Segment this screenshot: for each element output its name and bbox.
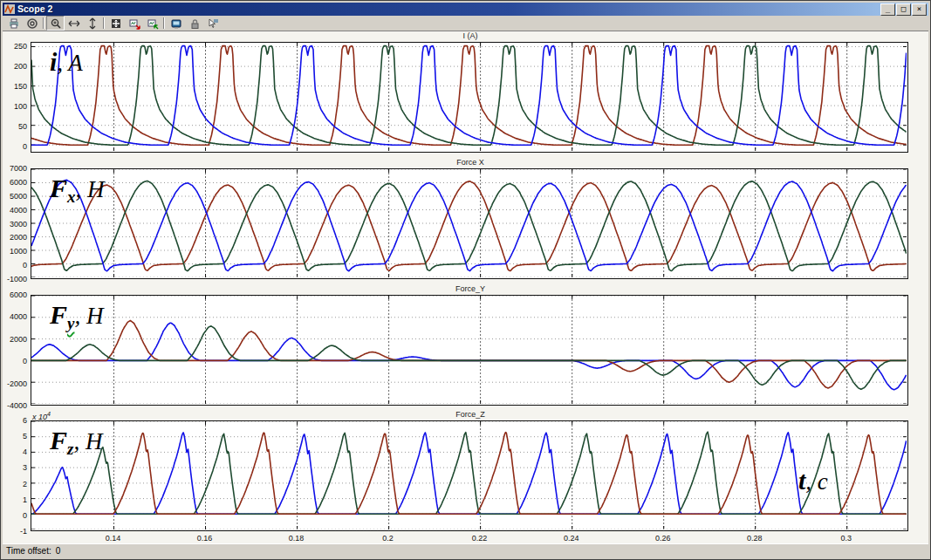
- parameters-icon: [26, 17, 38, 30]
- autoscale-icon: [110, 17, 122, 30]
- y-tick-label: 250: [3, 43, 27, 51]
- annotation-var: F: [50, 426, 67, 454]
- floating-scope-icon: [170, 17, 182, 30]
- y-axis-exponent-label: x 104: [32, 411, 51, 421]
- series-force-z-phase-green: [31, 432, 907, 514]
- annotation-force-z: Fz, H: [50, 426, 102, 459]
- annotation-unit: , H: [73, 428, 102, 454]
- y-tick-label: -1: [3, 528, 27, 536]
- x-tick-label: 0.2: [382, 534, 394, 543]
- plot-area-current[interactable]: [31, 42, 908, 153]
- y-tick-label: 3: [3, 464, 27, 472]
- toolbar-floating-scope-button[interactable]: [167, 16, 185, 31]
- time-offset-label: Time offset:: [6, 546, 51, 556]
- y-tick-label: 0: [3, 143, 27, 151]
- y-tick-label: 1000: [3, 248, 27, 256]
- plot-area-force-z[interactable]: [31, 420, 908, 531]
- y-tick-label: 6000: [3, 291, 27, 299]
- toolbar-separator: [43, 17, 44, 29]
- plot-canvas-force-x: [31, 169, 907, 277]
- restore-axes-icon: [147, 17, 159, 30]
- y-tick-label: 7000: [3, 165, 27, 173]
- plot-title-force-y: Force_Y: [31, 284, 910, 294]
- annotation-unit: , H: [74, 303, 103, 329]
- y-tick-label: 200: [3, 63, 27, 71]
- series-force-x-phase-red: [31, 181, 907, 271]
- x-tick-label: 0.28: [747, 534, 763, 543]
- series-force-y-phase-green: [31, 326, 907, 389]
- series-force-y-phase-blue: [31, 323, 907, 390]
- time-offset-value: 0: [56, 546, 61, 556]
- toolbar-zoom-y-button[interactable]: [83, 16, 101, 31]
- lock-axes-icon: [188, 17, 201, 30]
- series-current-phase-green: [31, 46, 907, 146]
- toolbar: [3, 16, 928, 31]
- toolbar-restore-axes-button[interactable]: [143, 16, 161, 31]
- plot-canvas-force-z: [31, 421, 907, 529]
- signal-selection-icon: [207, 17, 219, 30]
- x-tick-label: 0.16: [197, 534, 213, 543]
- toolbar-zoom-button[interactable]: [46, 16, 65, 31]
- close-button[interactable]: ×: [912, 3, 927, 16]
- annotation-time: t, c: [798, 466, 828, 495]
- toolbar-separator: [103, 17, 105, 29]
- y-tick-label: 4: [3, 448, 27, 456]
- toolbar-autoscale-button[interactable]: [106, 16, 125, 31]
- plot-title-current: I (A): [31, 31, 910, 41]
- series-force-x-phase-green: [31, 181, 907, 271]
- plot-canvas-force-y: [31, 296, 907, 404]
- annotation-current: i, A: [50, 47, 83, 77]
- y-tick-label: 5: [3, 433, 27, 440]
- toolbar-separator: [163, 17, 165, 29]
- zoom-x-icon: [68, 17, 80, 30]
- annotation-unit: , H: [76, 176, 105, 202]
- series-force-y-phase-red: [31, 321, 907, 388]
- x-tick-label: 0.24: [564, 534, 579, 543]
- y-tick-label: 0: [3, 262, 27, 270]
- zoom-icon: [50, 17, 62, 30]
- maximize-button[interactable]: □: [896, 3, 911, 16]
- y-tick-label: 4000: [3, 207, 27, 215]
- window-title: Scope 2: [17, 4, 880, 14]
- toolbar-save-axes-button[interactable]: [125, 16, 143, 31]
- y-tick-label: 0: [3, 512, 27, 520]
- plot-area-force-x[interactable]: [31, 168, 908, 279]
- annotation-var: F: [50, 174, 67, 202]
- y-tick-label: 150: [3, 83, 27, 91]
- series-current-phase-blue: [31, 46, 907, 146]
- x-tick-label: 0.26: [655, 534, 671, 543]
- toolbar-parameters-button[interactable]: [23, 16, 41, 31]
- plot-title-force-x: Force X: [31, 158, 910, 167]
- y-tick-label: 100: [3, 103, 27, 111]
- y-tick-label: -1000: [3, 276, 27, 283]
- series-force-x-phase-blue: [31, 180, 907, 270]
- y-tick-label: 5000: [3, 193, 27, 201]
- toolbar-lock-axes-button[interactable]: [185, 16, 203, 31]
- y-tick-label: 2000: [3, 336, 27, 344]
- annotation-var: F: [50, 300, 67, 329]
- toolbar-signal-selection-button[interactable]: [203, 16, 222, 31]
- x-tick-label: 0.14: [106, 534, 121, 543]
- minimize-button[interactable]: _: [880, 3, 895, 16]
- y-tick-label: 6: [3, 417, 27, 425]
- y-tick-label: -2000: [3, 380, 27, 388]
- annotation-force-y: Fy, H: [50, 300, 103, 333]
- figure-area: I (A)050100150200250i, AForce X-10000100…: [3, 31, 928, 544]
- title-bar[interactable]: Scope 2 _ □ ×: [3, 3, 928, 16]
- y-tick-label: 2000: [3, 234, 27, 242]
- status-bar: Time offset: 0: [3, 543, 928, 557]
- plot-title-force-z: Force_Z: [31, 410, 910, 420]
- series-current-phase-red: [31, 46, 907, 146]
- annotation-unit: , c: [805, 468, 827, 495]
- series-force-z-phase-red: [31, 433, 907, 515]
- toolbar-print-button[interactable]: [4, 16, 23, 31]
- x-tick-label: 0.22: [472, 534, 488, 543]
- annotation-subscript: x: [67, 188, 76, 206]
- scope-window: Scope 2 _ □ × I (A)050100150200250i, AFo…: [0, 0, 931, 560]
- y-tick-label: 4000: [3, 313, 27, 321]
- toolbar-zoom-x-button[interactable]: [65, 16, 83, 31]
- plot-area-force-y[interactable]: [31, 295, 908, 406]
- y-tick-label: 6000: [3, 179, 27, 187]
- x-tick-label: 0.18: [289, 534, 305, 543]
- x-tick-label: 0.3: [840, 534, 852, 543]
